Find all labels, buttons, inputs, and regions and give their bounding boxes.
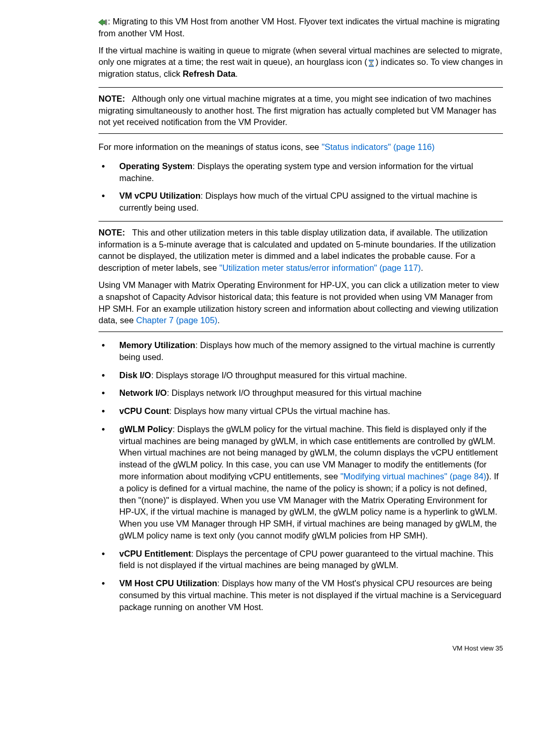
- note-block-1: NOTE: Although only one virtual machine …: [99, 87, 503, 134]
- bullet-host-cpu: VM Host CPU Utilization: Displays how ma…: [99, 577, 503, 613]
- util-meter-link[interactable]: "Utilization meter status/error informat…: [219, 263, 421, 272]
- vcpu-count-title: vCPU Count: [119, 406, 169, 416]
- footer-text: VM Host view 35: [452, 644, 503, 652]
- os-title: Operating System: [119, 161, 192, 171]
- chapter7-link[interactable]: Chapter 7 (page 105): [136, 315, 217, 325]
- vcpu-count-text: : Displays how many virtual CPUs the vir…: [169, 406, 390, 416]
- vcpu-util-title: VM vCPU Utilization: [119, 191, 201, 200]
- note-block-2: NOTE: This and other utilization meters …: [99, 221, 503, 332]
- migrate-paragraph: : Migrating to this VM Host from another…: [99, 16, 503, 39]
- hourglass-icon: [367, 59, 375, 67]
- bullet-vcpu-count: vCPU Count: Displays how many virtual CP…: [99, 405, 503, 417]
- net-io-text: : Displays network I/O throughput measur…: [167, 388, 422, 397]
- gwlm-text-b: ). If a policy is defined for a virtual …: [119, 472, 499, 540]
- disk-io-text: : Displays storage I/O throughput measur…: [151, 370, 407, 380]
- host-cpu-title: VM Host CPU Utilization: [119, 578, 217, 588]
- migrate-text: : Migrating to this VM Host from another…: [99, 17, 500, 38]
- disk-io-title: Disk I/O: [119, 370, 151, 380]
- bullet-disk-io: Disk I/O: Displays storage I/O throughpu…: [99, 369, 503, 381]
- note2-text-b: .: [421, 263, 424, 272]
- note2-para2-b: .: [217, 315, 220, 325]
- bullet-vcpu-ent: vCPU Entitlement: Displays the percentag…: [99, 548, 503, 572]
- bullet-vcpu-util: VM vCPU Utilization: Displays how much o…: [99, 190, 503, 332]
- status-indicators-link[interactable]: "Status indicators" (page 116): [321, 142, 435, 151]
- page-footer: VM Host view 35: [99, 644, 503, 653]
- bullet-os: Operating System: Displays the operating…: [99, 160, 503, 184]
- bullet-gwlm: gWLM Policy: Displays the gWLM policy fo…: [99, 423, 503, 542]
- status-info-line: For more information on the meanings of …: [99, 141, 503, 153]
- vcpu-ent-title: vCPU Entitlement: [119, 549, 191, 558]
- queue-paragraph: If the virtual machine is waiting in que…: [99, 45, 503, 80]
- note1-label: NOTE:: [99, 94, 125, 103]
- status-line-a: For more information on the meanings of …: [99, 142, 321, 151]
- net-io-title: Network I/O: [119, 388, 167, 397]
- refresh-data-label: Refresh Data: [183, 69, 235, 78]
- queue-text-c: .: [235, 69, 238, 78]
- note2-label: NOTE:: [99, 228, 125, 237]
- migrate-to-icon: [99, 18, 108, 26]
- svg-marker-0: [99, 19, 106, 25]
- mem-util-title: Memory Utilization: [119, 340, 195, 350]
- modify-vm-link[interactable]: "Modifying virtual machines" (page 84): [340, 472, 486, 481]
- svg-rect-1: [105, 20, 107, 25]
- gwlm-title: gWLM Policy: [119, 424, 173, 434]
- note1-text: Although only one virtual machine migrat…: [99, 94, 496, 127]
- bullet-net-io: Network I/O: Displays network I/O throug…: [99, 387, 503, 399]
- bullet-mem-util: Memory Utilization: Displays how much of…: [99, 339, 503, 363]
